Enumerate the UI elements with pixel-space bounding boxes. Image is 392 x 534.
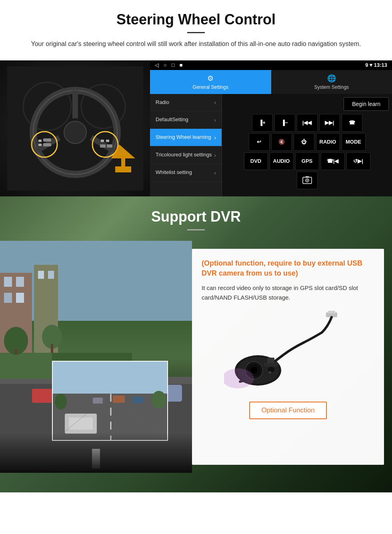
- dvr-section: Support DVR: [0, 196, 392, 492]
- svg-point-8: [64, 121, 86, 144]
- svg-rect-13: [43, 138, 51, 142]
- prev-icon: |◀◀: [302, 120, 312, 126]
- mode-btn[interactable]: MODE: [342, 133, 366, 151]
- svg-rect-27: [16, 277, 24, 287]
- svg-rect-16: [106, 140, 109, 142]
- dvd-label: DVD: [250, 158, 261, 164]
- begin-learn-button[interactable]: Begin learn: [344, 97, 389, 111]
- dvr-divider: [187, 229, 205, 230]
- gps-btn[interactable]: GPS: [295, 152, 319, 170]
- menu-steering-label: Steering Wheel learning: [156, 134, 211, 141]
- radio-label: RADIO: [320, 139, 336, 145]
- svg-rect-14: [43, 143, 51, 146]
- control-row-2: ↩ 🔇 ⏻ RADIO MODE: [225, 133, 389, 151]
- prev-btn[interactable]: |◀◀: [297, 114, 318, 132]
- svg-point-53: [55, 394, 67, 410]
- mute-icon: 🔇: [278, 139, 285, 145]
- menu-item-radio[interactable]: Radio ›: [150, 94, 222, 112]
- system-icon: 🌐: [327, 74, 336, 83]
- dvr-left-photo: [0, 241, 192, 473]
- android-statusbar: ◁ ○ □ ■ 9 ▾ 13:13: [150, 60, 392, 70]
- begin-learn-row: Begin learn: [225, 97, 389, 111]
- svg-rect-48: [93, 398, 103, 404]
- chevron-icon: ›: [214, 134, 216, 141]
- optional-function-button[interactable]: Optional Function: [249, 402, 326, 419]
- section1-title: Steering Wheel Control: [16, 11, 376, 28]
- statusbar-nav: ◁ ○ □ ■: [155, 62, 183, 68]
- svg-rect-47: [53, 362, 168, 394]
- steering-panel: ◁ ○ □ ■ 9 ▾ 13:13 ⚙ General Settings 🌐 S…: [0, 60, 392, 196]
- svg-rect-36: [51, 344, 53, 353]
- mute-btn[interactable]: 🔇: [271, 133, 292, 151]
- dvr-title-area: Support DVR: [0, 196, 392, 237]
- svg-point-64: [267, 366, 275, 373]
- next-icon: ▶▶|: [325, 120, 334, 126]
- home-icon[interactable]: ○: [164, 62, 167, 68]
- dvr-camera-area: [202, 310, 374, 390]
- svg-rect-31: [38, 271, 44, 279]
- chevron-icon: ›: [214, 152, 216, 158]
- android-ui: ◁ ○ □ ■ 9 ▾ 13:13 ⚙ General Settings 🌐 S…: [150, 60, 392, 196]
- phone-prev-icon: ☎|◀: [327, 158, 339, 164]
- power-btn[interactable]: ⏻: [294, 133, 314, 151]
- dvr-description: It can record video only to storage in G…: [202, 283, 374, 302]
- svg-point-54: [152, 391, 166, 408]
- control-row-4: [225, 172, 389, 189]
- gps-label: GPS: [302, 158, 312, 164]
- menu-tricoloured-label: Tricoloured light settings: [156, 152, 212, 158]
- menu-item-tricoloured[interactable]: Tricoloured light settings ›: [150, 146, 222, 164]
- rotate-next-btn[interactable]: ↺▶|: [346, 152, 370, 170]
- svg-rect-50: [133, 397, 144, 403]
- dvd-btn[interactable]: DVD: [244, 152, 268, 170]
- menu-item-whitelist[interactable]: Whitelist setting ›: [150, 164, 222, 182]
- svg-rect-18: [107, 144, 112, 148]
- svg-rect-66: [267, 358, 274, 363]
- vol-plus-btn[interactable]: ▐+: [252, 114, 273, 132]
- svg-rect-42: [0, 355, 52, 379]
- phone-btn[interactable]: ☎: [342, 114, 362, 132]
- back-btn[interactable]: ↩: [249, 133, 270, 151]
- menu-icon[interactable]: ■: [180, 62, 183, 68]
- screenshot-icon: [302, 176, 312, 184]
- recents-icon[interactable]: □: [172, 62, 175, 68]
- android-tabs: ⚙ General Settings 🌐 System Settings: [150, 70, 392, 94]
- svg-rect-26: [4, 277, 12, 287]
- svg-rect-17: [100, 144, 106, 148]
- radio-btn[interactable]: RADIO: [316, 133, 340, 151]
- tab-general-label: General Settings: [193, 84, 228, 90]
- dvr-body: (Optional function, require to buy exter…: [0, 237, 392, 485]
- vol-minus-btn[interactable]: ▐−: [274, 114, 295, 132]
- tab-system-settings[interactable]: 🌐 System Settings: [271, 70, 392, 94]
- dvr-optional-title: (Optional function, require to buy exter…: [202, 258, 374, 278]
- back-icon[interactable]: ◁: [155, 62, 159, 68]
- vol-plus-icon: ▐+: [259, 120, 266, 126]
- section1-header: Steering Wheel Control Your original car…: [0, 0, 392, 53]
- tab-system-label: System Settings: [314, 84, 349, 90]
- screenshot-btn[interactable]: [297, 172, 318, 189]
- optional-function-btn-container: Optional Function: [202, 398, 374, 419]
- control-row-3: DVD AUDIO GPS ☎|◀ ↺▶|: [225, 152, 389, 170]
- menu-item-steering[interactable]: Steering Wheel learning ›: [150, 129, 222, 146]
- back-icon2: ↩: [257, 139, 261, 145]
- dvr-title: Support DVR: [16, 208, 376, 225]
- svg-point-23: [306, 180, 308, 181]
- svg-rect-29: [16, 293, 24, 303]
- audio-label: AUDIO: [273, 158, 290, 164]
- steering-photo: [0, 60, 150, 196]
- settings-icon: ⚙: [207, 74, 214, 83]
- phone-icon: ☎: [349, 120, 355, 126]
- menu-item-defaultsetting[interactable]: DefaultSetting ›: [150, 111, 222, 129]
- menu-list: Radio › DefaultSetting › Steering Wheel …: [150, 94, 222, 196]
- dvr-camera-svg: [224, 310, 352, 390]
- tab-general-settings[interactable]: ⚙ General Settings: [150, 70, 271, 94]
- dvr-overlay: Support DVR: [0, 196, 392, 485]
- svg-rect-58: [328, 311, 335, 314]
- statusbar-time: 9 ▾ 13:13: [365, 62, 387, 68]
- next-btn[interactable]: ▶▶|: [319, 114, 340, 132]
- svg-rect-21: [306, 176, 309, 178]
- control-row-1: ▐+ ▐− |◀◀ ▶▶| ☎: [225, 114, 389, 132]
- svg-rect-28: [4, 293, 12, 303]
- audio-btn[interactable]: AUDIO: [270, 152, 294, 170]
- dvr-info-panel: (Optional function, require to buy exter…: [192, 249, 384, 465]
- phone-prev-btn[interactable]: ☎|◀: [321, 152, 345, 170]
